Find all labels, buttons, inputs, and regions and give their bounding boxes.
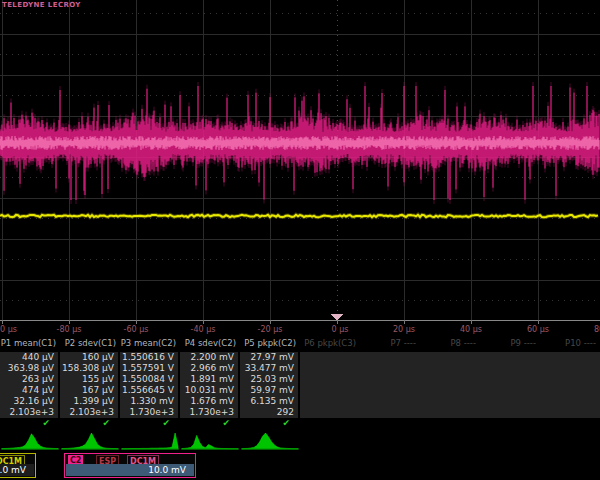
measure-col-header-P2[interactable]: P2 sdev(C1) — [60, 338, 120, 349]
measure-col-header-P1[interactable]: P1 mean(C1) — [0, 338, 60, 349]
P1-histicon[interactable] — [1, 431, 59, 451]
c1-scale-value: 10.0 mV — [0, 464, 34, 476]
measure-value-P3: 1.550616 V — [120, 352, 178, 363]
table-row-filler — [300, 374, 600, 385]
waveform-display[interactable] — [0, 0, 600, 335]
measure-col-header-P9[interactable]: P9 ---- — [480, 338, 540, 349]
measure-num-P4: 1.730e+3 — [180, 407, 238, 418]
measurement-table: P1 mean(C1)P2 sdev(C1)P3 mean(C2)P4 sdev… — [0, 338, 600, 430]
measure-min-P5: 25.03 mV — [240, 374, 298, 385]
measure-min-P4: 1.891 mV — [180, 374, 238, 385]
measure-num-P5: 292 — [240, 407, 298, 418]
measure-max-P5: 59.97 mV — [240, 385, 298, 396]
measure-max-P1: 474 µV — [0, 385, 58, 396]
measure-mean-P1: 363.98 µV — [0, 363, 58, 374]
measure-min-P3: 1.550084 V — [120, 374, 178, 385]
measure-status-ok-icon: ✔ — [240, 418, 294, 429]
measure-sdev-P2: 1.399 µV — [60, 396, 118, 407]
measure-col-header-P4[interactable]: P4 sdev(C2) — [180, 338, 240, 349]
measure-num-P2: 2.103e+3 — [60, 407, 118, 418]
table-row-filler — [300, 407, 600, 418]
P4-histicon[interactable] — [181, 431, 239, 451]
measure-col-header-P10[interactable]: P10 ---- — [540, 338, 600, 349]
measure-max-P3: 1.556645 V — [120, 385, 178, 396]
measure-max-P4: 10.031 mV — [180, 385, 238, 396]
measure-mean-P3: 1.557591 V — [120, 363, 178, 374]
measure-value-P4: 2.200 mV — [180, 352, 238, 363]
table-row: 363.98 µV158.308 µV1.557591 V2.966 mV33.… — [0, 363, 600, 374]
measure-sdev-P4: 1.676 mV — [180, 396, 238, 407]
measure-min-P2: 155 µV — [60, 374, 118, 385]
table-row-filler — [300, 352, 600, 363]
measure-num-P1: 2.103e+3 — [0, 407, 58, 418]
measure-sdev-P1: 32.16 µV — [0, 396, 58, 407]
measure-num-P3: 1.730e+3 — [120, 407, 178, 418]
brand-logo: TELEDYNE LECROY — [2, 1, 81, 10]
table-row: 474 µV167 µV1.556645 V10.031 mV59.97 mV — [0, 385, 600, 396]
oscilloscope-screen: -100 µs-80 µs-60 µs-40 µs-20 µs0 µs20 µs… — [0, 0, 600, 480]
table-row-filler — [300, 363, 600, 374]
measure-sdev-P3: 1.330 mV — [120, 396, 178, 407]
measure-mean-P4: 2.966 mV — [180, 363, 238, 374]
table-row: 440 µV160 µV1.550616 V2.200 mV27.97 mV — [0, 352, 600, 363]
channel-c1-descriptor[interactable]: C1 DC1M 10.0 mV — [0, 453, 36, 478]
table-row: 2.103e+32.103e+31.730e+31.730e+3292 — [0, 407, 600, 418]
c2-scale-value: 10.0 mV — [66, 464, 194, 476]
measure-mean-P2: 158.308 µV — [60, 363, 118, 374]
measure-value-P2: 160 µV — [60, 352, 118, 363]
measure-value-P1: 440 µV — [0, 352, 58, 363]
measure-col-header-P3[interactable]: P3 mean(C2) — [120, 338, 180, 349]
measure-col-header-P6[interactable]: P6 pkpk(C3) — [300, 338, 360, 349]
P3-histicon[interactable] — [121, 431, 179, 451]
measure-status-ok-icon: ✔ — [120, 418, 174, 429]
P2-histicon[interactable] — [61, 431, 119, 451]
measure-status-ok-icon: ✔ — [180, 418, 234, 429]
measure-min-P1: 263 µV — [0, 374, 58, 385]
measure-max-P2: 167 µV — [60, 385, 118, 396]
table-row-filler — [300, 385, 600, 396]
P5-histicon[interactable] — [241, 431, 299, 451]
channel-c2-descriptor[interactable]: C2 ESP DC1M 10.0 mV — [64, 453, 196, 478]
measure-col-header-P8[interactable]: P8 ---- — [420, 338, 480, 349]
measure-sdev-P5: 6.135 mV — [240, 396, 298, 407]
measure-status-ok-icon: ✔ — [60, 418, 114, 429]
table-row-filler — [300, 396, 600, 407]
measure-value-P5: 27.97 mV — [240, 352, 298, 363]
measure-status-ok-icon: ✔ — [0, 418, 54, 429]
table-row: 32.16 µV1.399 µV1.330 mV1.676 mV6.135 mV — [0, 396, 600, 407]
table-row: 263 µV155 µV1.550084 V1.891 mV25.03 mV — [0, 374, 600, 385]
measure-col-header-P7[interactable]: P7 ---- — [360, 338, 420, 349]
measure-col-header-P5[interactable]: P5 pkpk(C2) — [240, 338, 300, 349]
table-row: ✔✔✔✔✔ — [0, 418, 600, 429]
table-row: P1 mean(C1)P2 sdev(C1)P3 mean(C2)P4 sdev… — [0, 338, 600, 349]
measure-mean-P5: 33.477 mV — [240, 363, 298, 374]
bottom-bar: C1 DC1M 10.0 mV C2 ESP DC1M 10.0 mV + HD… — [0, 452, 600, 480]
